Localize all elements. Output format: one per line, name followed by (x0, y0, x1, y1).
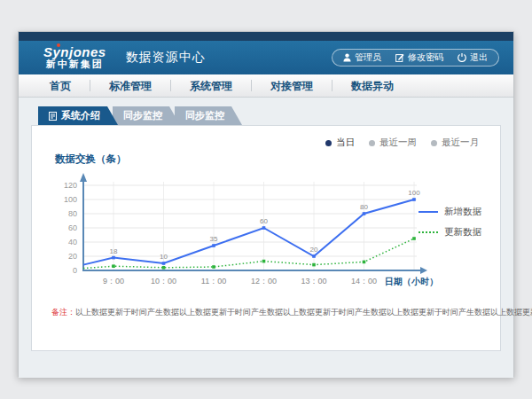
window-top-strip (19, 32, 513, 41)
svg-text:14：00: 14：00 (351, 277, 377, 286)
footnote-prefix: 备注： (51, 308, 75, 317)
tab-bar: 系统介绍 同步监控 同步监控 (38, 106, 501, 125)
nav-item-standard-mgmt[interactable]: 标准管理 (90, 74, 170, 98)
radio-dot-icon (369, 140, 375, 146)
user-menu-label: 修改密码 (408, 51, 443, 64)
svg-text:80: 80 (360, 203, 368, 211)
filter-label: 当日 (336, 137, 355, 149)
admin-user-button[interactable]: 管理员 (343, 51, 381, 64)
nav-item-data-change[interactable]: 数据异动 (332, 74, 412, 98)
svg-text:35: 35 (210, 235, 218, 243)
tab-label: 系统介绍 (61, 106, 100, 125)
power-icon (458, 53, 466, 62)
filter-last-month[interactable]: 最近一月 (431, 137, 479, 149)
user-icon (343, 53, 351, 62)
footnote-text: 以上数据更新于时间产生数据以上数据更新于时间产生数据以上数据更新于时间产生数据以… (75, 308, 532, 317)
app-header: Synjones 新中新集团 数据资源中心 管理员 修改密码 (19, 41, 513, 74)
logout-button[interactable]: 退出 (458, 51, 488, 64)
nav-item-system-mgmt[interactable]: 系统管理 (171, 74, 251, 98)
user-menu-label: 管理员 (355, 51, 381, 64)
user-menu: 管理员 修改密码 退出 (332, 49, 499, 66)
company-logo: Synjones 新中新集团 (43, 45, 106, 69)
legend-label: 新增数据 (444, 206, 481, 218)
svg-text:60: 60 (260, 217, 268, 225)
svg-text:120: 120 (64, 181, 77, 190)
solid-line-swatch-icon (419, 211, 438, 213)
radio-dot-icon (431, 140, 437, 146)
main-nav: 首页 标准管理 系统管理 对接管理 数据异动 (19, 74, 513, 98)
filter-label: 最近一周 (379, 137, 417, 149)
filter-last-week[interactable]: 最近一周 (369, 137, 417, 149)
content-area: 系统介绍 同步监控 同步监控 当日 最近一周 (19, 98, 513, 378)
svg-text:0: 0 (73, 266, 77, 275)
footnote: 备注：以上数据更新于时间产生数据以上数据更新于时间产生数据以上数据更新于时间产生… (51, 307, 500, 318)
svg-text:12：00: 12：00 (251, 277, 277, 286)
svg-text:20: 20 (310, 246, 318, 254)
svg-text:10：00: 10：00 (151, 277, 176, 286)
time-range-filters: 当日 最近一周 最近一月 (32, 126, 500, 149)
radio-dot-icon (325, 140, 332, 146)
legend-label: 更新数据 (444, 226, 481, 239)
svg-text:9：00: 9：00 (103, 277, 124, 286)
edit-icon (395, 53, 404, 62)
tab-system-intro[interactable]: 系统介绍 (38, 106, 118, 125)
svg-text:11：00: 11：00 (201, 277, 226, 286)
nav-item-home[interactable]: 首页 (31, 74, 90, 98)
logo-secondary-text: 新中新集团 (43, 59, 106, 70)
dotted-line-swatch-icon (419, 231, 438, 233)
tab-label: 同步监控 (123, 106, 162, 125)
document-icon (49, 112, 57, 121)
tab-sync-monitor-2[interactable]: 同步监控 (175, 106, 242, 125)
svg-text:18: 18 (110, 247, 118, 255)
line-chart: 0204060801001209：0010：0011：0012：0013：001… (43, 166, 450, 294)
chart-row: 0204060801001209：0010：0011：0012：0013：001… (32, 166, 500, 294)
svg-text:100: 100 (408, 189, 420, 197)
chart-legend: 新增数据 更新数据 (419, 206, 491, 246)
chart-panel: 当日 最近一周 最近一月 数据交换（条） 0204060801001209：00… (31, 125, 501, 351)
change-password-button[interactable]: 修改密码 (395, 51, 443, 64)
svg-text:20: 20 (68, 252, 77, 261)
app-window: Synjones 新中新集团 数据资源中心 管理员 修改密码 (18, 31, 514, 377)
svg-text:13：00: 13：00 (301, 277, 326, 286)
svg-text:40: 40 (68, 238, 77, 246)
svg-text:10: 10 (160, 253, 168, 261)
tab-label: 同步监控 (185, 106, 224, 125)
user-menu-label: 退出 (470, 51, 488, 64)
nav-item-interface-mgmt[interactable]: 对接管理 (252, 74, 332, 98)
legend-item-new-data[interactable]: 新增数据 (419, 206, 491, 218)
svg-text:日期（小时）: 日期（小时） (385, 277, 438, 286)
legend-item-update-data[interactable]: 更新数据 (419, 226, 491, 239)
svg-text:60: 60 (68, 223, 77, 232)
logo-primary-text: Synjones (43, 45, 106, 59)
tab-sync-monitor-1[interactable]: 同步监控 (113, 106, 180, 125)
svg-text:80: 80 (68, 209, 77, 218)
svg-text:100: 100 (64, 195, 77, 204)
filter-today[interactable]: 当日 (325, 137, 355, 149)
filter-label: 最近一月 (442, 137, 479, 149)
y-axis-title: 数据交换（条） (55, 153, 500, 166)
page-title: 数据资源中心 (126, 50, 206, 66)
